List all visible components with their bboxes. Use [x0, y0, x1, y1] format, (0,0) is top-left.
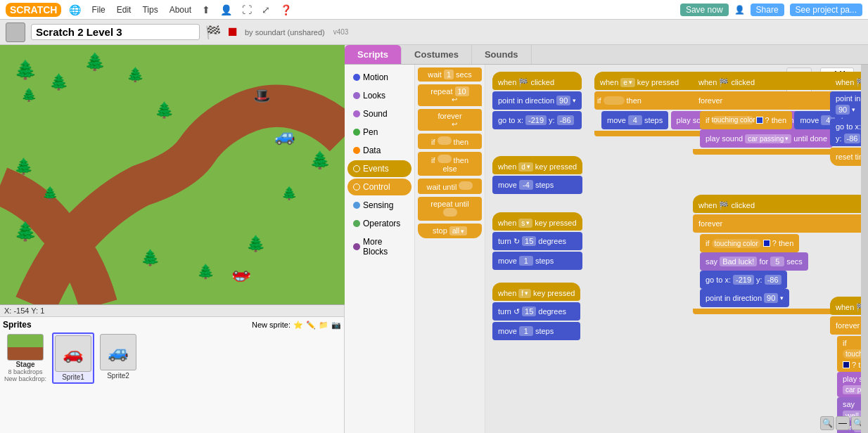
zoom-controls: 🔍 — 🔍 [820, 416, 865, 430]
sprites-header: Sprites New sprite: ⭐ ✏️ 📁 📷 [3, 320, 341, 330]
block-when-clicked-1[interactable]: when 🏁 clicked [492, 72, 582, 90]
project-title-input[interactable] [31, 24, 200, 40]
globe-icon[interactable]: 🌐 [67, 4, 83, 15]
stage-area: 🌲 🌲 🌲 🌲 🌲 🌲 🌲 🌲 🌲 🌲 🌲 🌲 🌲 🌲 🎩 🚙 🚗 X: -15… [0, 45, 345, 433]
editor-tabs: Scripts Costumes Sounds [345, 45, 868, 65]
sprite1-thumbnail: 🚗 [55, 335, 91, 372]
help-icon[interactable]: ❓ [278, 4, 294, 15]
see-project-button[interactable]: See project pa... [790, 4, 862, 16]
stage-backdrops: 8 backdrops [8, 368, 43, 375]
fullscreen-icon[interactable]: ⤢ [260, 4, 272, 15]
save-now-button[interactable]: Save now [680, 4, 729, 16]
palette-stop[interactable]: stop all [418, 224, 482, 238]
upload-icon[interactable]: ⬆ [200, 4, 212, 15]
category-more-blocks[interactable]: More Blocks [347, 233, 411, 260]
block-point-direction-1[interactable]: point in direction 90▾ [492, 91, 582, 110]
person-icon[interactable]: 👤 [218, 4, 234, 15]
sprite2-thumbnail: 🚙 [100, 334, 136, 370]
zoom-in-button[interactable]: 🔍 [820, 416, 834, 430]
block-when-clicked-7[interactable]: when 🏁 clicked [693, 195, 868, 213]
block-move-1-s[interactable]: move 1 steps [492, 252, 582, 270]
stop-button[interactable]: ⏹ [226, 25, 239, 39]
palette-forever[interactable]: forever↩ [418, 109, 482, 131]
zoom-fit-button[interactable]: — [836, 416, 850, 430]
paint-new-sprite-icon[interactable]: ⭐ [293, 321, 303, 330]
palette-if-else[interactable]: if thenelse [418, 152, 482, 176]
script-scrollbar[interactable] [861, 65, 868, 433]
script-group-3: when d key pressed move -4 steps [492, 156, 582, 194]
category-control[interactable]: Control [347, 179, 411, 195]
categories-panel: Motion Looks Sound Pen Data [345, 65, 415, 433]
script-group-5: when f key pressed turn ↺ 15 degrees mov… [492, 283, 580, 340]
block-goto-7[interactable]: go to x: -219 y: -86 [700, 271, 787, 289]
sprite2-item[interactable]: 🚙 Sprite2 [98, 332, 138, 381]
category-data[interactable]: Data [347, 142, 411, 159]
new-sprite-area: New sprite: ⭐ ✏️ 📁 📷 [252, 321, 341, 330]
palette-if-then[interactable]: if then [418, 134, 482, 149]
menu-tips[interactable]: Tips [139, 5, 160, 15]
scratch-logo: SCRATCH [6, 3, 61, 17]
expand-icon[interactable]: ⛶ [240, 4, 254, 15]
main: 🌲 🌲 🌲 🌲 🌲 🌲 🌲 🌲 🌲 🌲 🌲 🌲 🌲 🌲 🎩 🚙 🚗 X: -15… [0, 45, 868, 433]
block-when-s-key[interactable]: when s key pressed [492, 212, 582, 231]
draw-sprite-icon[interactable]: ✏️ [306, 321, 316, 330]
topbar: SCRATCH 🌐 File Edit Tips About ⬆ 👤 ⛶ ⤢ ❓… [0, 0, 868, 20]
tab-costumes[interactable]: Costumes [402, 45, 472, 64]
category-events[interactable]: Events [347, 160, 411, 177]
block-when-d-key[interactable]: when d key pressed [492, 156, 582, 174]
palette-wait-until[interactable]: wait until [418, 179, 482, 194]
menu-edit[interactable]: Edit [114, 5, 134, 15]
topbar-right: Save now 👤 Share See project pa... [680, 4, 862, 16]
share-button[interactable]: Share [751, 4, 784, 16]
palette-wait[interactable]: wait 1 secs [418, 67, 482, 82]
category-pen[interactable]: Pen [347, 124, 411, 141]
sprite2-name: Sprite2 [107, 372, 129, 380]
stage-coords: X: -154 Y: 1 [0, 305, 344, 317]
category-sound[interactable]: Sound [347, 105, 411, 122]
block-turn-ccw-15[interactable]: turn ↺ 15 degrees [492, 302, 580, 321]
blocks-palette: wait 1 secs repeat 10↩ forever↩ if then … [415, 65, 485, 433]
palette-repeat[interactable]: repeat 10↩ [418, 84, 482, 106]
stage-sprite-item[interactable]: Stage 8 backdrops New backdrop: [3, 332, 48, 384]
green-flag-button[interactable]: 🏁 [205, 25, 221, 40]
new-sprite-label: New sprite: [252, 321, 291, 329]
stage-label: Stage [15, 361, 34, 368]
camera-sprite-icon[interactable]: 📷 [331, 321, 341, 330]
script-canvas[interactable]: x: 141 y: -109 🚗 when 🏁 clicked point in… [485, 65, 868, 433]
category-looks[interactable]: Looks [347, 87, 411, 104]
category-operators[interactable]: Operators [347, 215, 411, 232]
block-move-4[interactable]: move 4 steps [601, 111, 668, 129]
author-text: by soundart (unshared) [245, 28, 325, 37]
editor-area: Scripts Costumes Sounds Motion Looks Sou… [345, 45, 868, 433]
block-say-bad-luck[interactable]: say Bad luck! for 5 secs [700, 252, 808, 271]
stage-thumbnail [7, 334, 44, 361]
block-when-f-key[interactable]: when f key pressed [492, 283, 580, 301]
version-text: v403 [333, 28, 349, 36]
menu-about[interactable]: About [167, 5, 194, 15]
block-if-touch-color-6[interactable]: if touching color ? then [700, 111, 792, 129]
blocks-area: Motion Looks Sound Pen Data [345, 65, 868, 433]
block-forever-7[interactable]: forever [693, 214, 868, 233]
sprite1-name: Sprite1 [62, 373, 84, 381]
project-thumbnail [6, 22, 25, 42]
palette-repeat-until[interactable]: repeat until [418, 197, 482, 221]
block-goto-1[interactable]: go to x: -219 y: -86 [492, 111, 582, 129]
block-move-neg4[interactable]: move -4 steps [492, 176, 582, 194]
category-sensing[interactable]: Sensing [347, 197, 411, 214]
block-move-1-f[interactable]: move 1 steps [492, 322, 580, 340]
sprite1-item[interactable]: 🚗 Sprite1 [52, 332, 94, 384]
titlebar: 🏁 ⏹ by soundart (unshared) v403 [0, 20, 868, 45]
user-icon: 👤 [734, 5, 745, 15]
menu-file[interactable]: File [89, 5, 108, 15]
block-if-touch-color-7[interactable]: if touching color ? then [700, 234, 799, 252]
sprites-title: Sprites [3, 320, 32, 330]
tab-sounds[interactable]: Sounds [472, 45, 532, 64]
block-play-sound-6[interactable]: play sound car passing until done [700, 129, 833, 148]
block-turn-cw-15[interactable]: turn ↻ 15 degrees [492, 232, 582, 250]
stage[interactable]: 🌲 🌲 🌲 🌲 🌲 🌲 🌲 🌲 🌲 🌲 🌲 🌲 🌲 🌲 🎩 🚙 🚗 [0, 45, 345, 305]
tab-scripts[interactable]: Scripts [345, 45, 402, 64]
upload-sprite-icon[interactable]: 📁 [319, 321, 328, 330]
category-motion[interactable]: Motion [347, 69, 411, 86]
block-point-dir-7[interactable]: point in direction 90▾ [700, 289, 789, 307]
script-group-4: when s key pressed turn ↻ 15 degrees mov… [492, 212, 582, 270]
